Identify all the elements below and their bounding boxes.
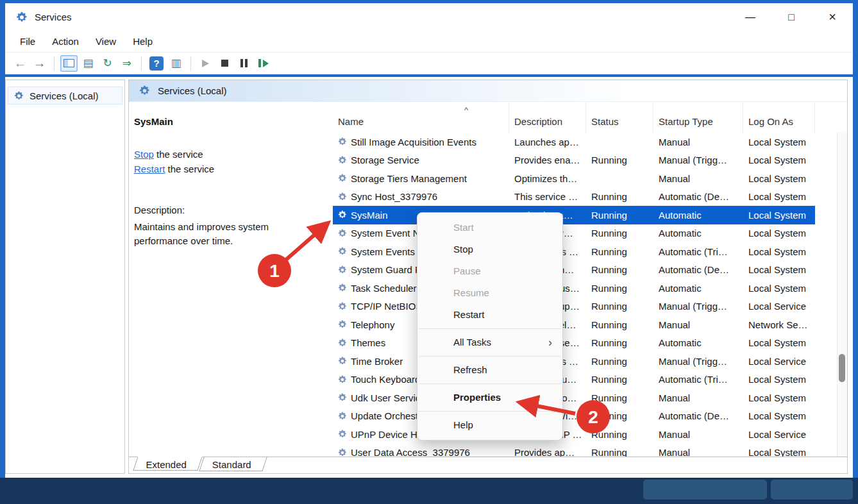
tree-gear-icon [12,89,25,102]
toolbar-show-console-tree-button[interactable] [60,55,78,72]
toolbar-restart-service-button[interactable] [255,55,272,72]
column-header-status[interactable]: Status [586,102,653,133]
context-menu-item-stop[interactable]: Stop [417,239,562,260]
console-tree-icon [63,59,74,67]
description-text: Maintains and improves system performanc… [134,220,294,248]
table-row[interactable]: System Event Notification ServiceMonitor… [333,224,815,243]
service-gear-icon [338,265,347,274]
table-row[interactable]: Touch Keyboard and Handwriting Panel Ser… [333,371,815,389]
stop-service-text: the service [154,149,203,160]
toolbar-back-button[interactable]: ← [12,55,29,72]
context-menu-item-restart[interactable]: Restart [417,304,562,326]
cell-logon: Local Service [743,352,815,371]
context-menu-separator [419,356,561,357]
title-bar[interactable]: Services — □ × [5,3,853,31]
column-header-name[interactable]: Name [333,102,509,133]
tab-extended[interactable]: Extended [133,457,203,471]
restart-service-link[interactable]: Restart [134,164,165,174]
toolbar-forward-button[interactable]: → [31,55,48,72]
scrollbar-thumb[interactable] [839,354,845,382]
cell-logon: Local Service [743,298,815,316]
cell-status: Running [586,389,653,407]
table-row[interactable]: TelephonyProvides Tel…RunningManualNetwo… [333,315,815,334]
window-controls: — □ × [730,3,853,31]
table-row[interactable]: Task SchedulerEnables a us…RunningAutoma… [333,279,815,298]
toolbar-refresh-button[interactable]: ↻ [99,55,116,72]
cell-logon: Local System [743,169,815,188]
table-row[interactable]: System Guard Runtime Monitor BrokerMonit… [333,261,815,280]
table-row[interactable]: User Data Access_3379976Provides ap…Runn… [333,444,815,458]
table-row-selected[interactable]: SysMainMaintains a…RunningAutomaticLocal… [333,206,815,224]
cell-name: User Data Access_3379976 [333,444,509,458]
cell-startup: Automatic (Tri… [653,371,743,389]
toolbar-pause-service-button[interactable] [235,55,253,72]
cell-status: Running [586,224,653,243]
table-row[interactable]: TCP/IP NetBIOS HelperProvides sup…Runnin… [333,298,815,316]
cell-startup: Manual (Trigg… [653,151,743,170]
service-gear-icon [338,174,347,183]
service-gear-icon [338,210,347,219]
play-icon [202,60,209,67]
tree-item-label: Services (Local) [29,90,99,101]
cell-desc: This service … [509,188,586,206]
tree-item-services-local[interactable]: Services (Local) [8,87,122,105]
context-menu-separator [419,383,561,384]
cell-desc: Optimizes th… [509,169,586,188]
cell-logon: Local Service [743,425,815,444]
table-row[interactable]: System Events BrokerCoordinates …Running… [333,242,815,261]
service-gear-icon [338,283,347,292]
cell-startup: Manual [653,169,743,188]
close-button[interactable]: × [812,3,853,31]
column-header-log-on-as[interactable]: Log On As [743,102,815,133]
table-row[interactable]: Time BrokerCoordinates …RunningManual (T… [333,352,815,371]
cell-status: Running [586,315,653,334]
table-row[interactable]: ThemesProvides use…RunningAutomaticLocal… [333,334,815,353]
table-row[interactable]: Still Image Acquisition EventsLaunches a… [333,133,815,151]
toolbar-stop-service-button[interactable] [216,55,233,72]
cell-logon: Local System [743,151,815,170]
sort-ascending-icon[interactable]: ^ [464,105,468,115]
table-row[interactable]: Storage ServiceProvides ena…RunningManua… [333,151,815,170]
table-row[interactable]: Update Orchestrator ServiceManages Wi…Ru… [333,407,815,426]
toolbar-extended-pane-button[interactable]: ▥ [167,55,185,72]
context-menu-item-all-tasks[interactable]: All Tasks› [417,332,562,353]
cell-status: Running [586,242,653,261]
column-header-startup-type[interactable]: Startup Type [653,102,743,133]
table-row[interactable]: UPnP Device HostAllows UPnP …RunningManu… [333,425,815,444]
maximize-button[interactable]: □ [771,3,812,31]
menu-item-view[interactable]: View [87,32,124,51]
context-menu-item-refresh[interactable]: Refresh [417,359,562,381]
table-row[interactable]: Storage Tiers ManagementOptimizes th…Man… [333,169,815,188]
toolbar-start-service-button[interactable] [197,55,214,72]
cell-logon: Local System [743,371,815,389]
cell-logon: Local System [743,334,815,353]
context-menu-item-properties[interactable]: Properties [417,387,562,408]
cell-status: Running [586,334,653,353]
toolbar-help-button[interactable]: ? [149,56,164,71]
menu-item-file[interactable]: File [12,32,44,51]
cell-startup: Automatic [653,279,743,298]
toolbar-separator [141,56,142,71]
table-row[interactable]: Sync Host_3379976This service …RunningAu… [333,188,815,206]
cell-name: Still Image Acquisition Events [333,133,509,151]
cell-desc: Provides ap… [509,444,586,458]
panel-header-gear-icon [138,85,151,97]
column-header-description[interactable]: Description [509,102,586,133]
description-label: Description: [134,205,185,215]
menu-item-help[interactable]: Help [124,32,161,51]
service-gear-icon [338,137,347,146]
minimize-button[interactable]: — [730,3,771,31]
context-menu-item-help[interactable]: Help [417,414,562,436]
toolbar-properties-button[interactable]: ▤ [80,55,97,72]
toolbar-export-list-button[interactable]: ⇒ [118,55,135,72]
window-title: Services [35,12,72,22]
menu-item-action[interactable]: Action [44,32,87,51]
vertical-scrollbar[interactable] [837,133,847,457]
table-row[interactable]: Udk User Service_3379976Shell compo…Runn… [333,389,815,407]
cell-status: Running [586,371,653,389]
cell-startup: Automatic [653,224,743,243]
stop-service-link[interactable]: Stop [134,149,154,160]
tab-standard[interactable]: Standard [199,457,267,471]
context-menu: StartStopPauseResumeRestartAll Tasks›Ref… [417,212,563,441]
cell-startup: Manual [653,425,743,444]
